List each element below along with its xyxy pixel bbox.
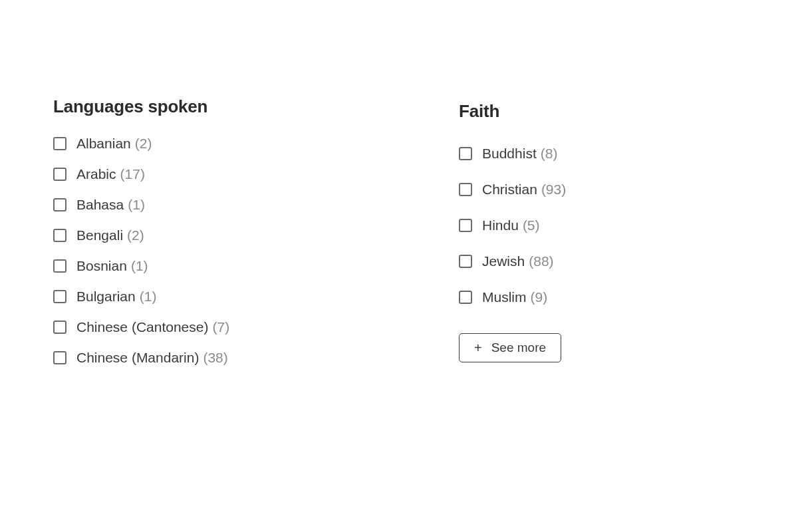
option-count: (17) xyxy=(120,166,145,182)
option-count: (2) xyxy=(135,136,152,152)
checkbox-icon xyxy=(459,255,472,268)
option-label: Bahasa xyxy=(76,197,124,213)
option-count: (38) xyxy=(203,350,227,366)
option-label: Bengali xyxy=(76,227,123,243)
checkbox-icon xyxy=(459,291,472,304)
option-label: Buddhist xyxy=(482,146,537,162)
option-count: (8) xyxy=(541,146,558,162)
checkbox-icon xyxy=(53,290,66,303)
checkbox-icon xyxy=(53,198,66,211)
option-label: Christian xyxy=(482,182,537,198)
filter-section-languages: Languages spoken Albanian (2) Arabic (17… xyxy=(53,96,346,380)
option-label: Jewish xyxy=(482,253,525,269)
faith-options-list: Buddhist (8) Christian (93) Hindu (5) Je… xyxy=(459,146,712,305)
option-count: (1) xyxy=(131,258,148,274)
option-label: Muslim xyxy=(482,289,527,305)
language-option-chinese-mandarin[interactable]: Chinese (Mandarin) (38) xyxy=(53,350,346,366)
option-label: Chinese (Mandarin) xyxy=(76,350,199,366)
checkbox-icon xyxy=(53,137,66,150)
faith-option-buddhist[interactable]: Buddhist (8) xyxy=(459,146,712,162)
option-count: (1) xyxy=(128,197,145,213)
option-label: Arabic xyxy=(76,166,116,182)
language-option-bengali[interactable]: Bengali (2) xyxy=(53,227,346,243)
language-option-albanian[interactable]: Albanian (2) xyxy=(53,136,346,152)
checkbox-icon xyxy=(459,147,472,160)
checkbox-icon xyxy=(53,229,66,242)
option-count: (9) xyxy=(531,289,548,305)
option-count: (5) xyxy=(523,217,540,233)
option-count: (1) xyxy=(140,289,157,305)
language-option-bosnian[interactable]: Bosnian (1) xyxy=(53,258,346,274)
languages-options-list: Albanian (2) Arabic (17) Bahasa (1) Beng… xyxy=(53,136,346,366)
language-option-chinese-cantonese[interactable]: Chinese (Cantonese) (7) xyxy=(53,319,346,335)
language-option-bahasa[interactable]: Bahasa (1) xyxy=(53,197,346,213)
faith-option-muslim[interactable]: Muslim (9) xyxy=(459,289,712,305)
checkbox-icon xyxy=(53,351,66,364)
option-count: (93) xyxy=(541,182,566,198)
option-count: (88) xyxy=(529,253,553,269)
checkbox-icon xyxy=(459,219,472,232)
option-count: (7) xyxy=(212,319,229,335)
checkbox-icon xyxy=(53,259,66,273)
see-more-label: See more xyxy=(491,340,546,355)
option-label: Bosnian xyxy=(76,258,127,274)
language-option-arabic[interactable]: Arabic (17) xyxy=(53,166,346,182)
option-label: Chinese (Cantonese) xyxy=(76,319,208,335)
checkbox-icon xyxy=(53,168,66,181)
see-more-button[interactable]: + See more xyxy=(459,333,561,362)
languages-heading: Languages spoken xyxy=(53,96,346,117)
plus-icon: + xyxy=(474,341,482,354)
option-label: Hindu xyxy=(482,217,519,233)
faith-heading: Faith xyxy=(459,101,712,122)
filter-section-faith: Faith Buddhist (8) Christian (93) Hindu … xyxy=(459,101,712,362)
checkbox-icon xyxy=(459,183,472,196)
faith-option-christian[interactable]: Christian (93) xyxy=(459,182,712,198)
option-label: Bulgarian xyxy=(76,289,136,305)
option-label: Albanian xyxy=(76,136,131,152)
option-count: (2) xyxy=(127,227,144,243)
faith-option-jewish[interactable]: Jewish (88) xyxy=(459,253,712,269)
checkbox-icon xyxy=(53,321,66,334)
faith-option-hindu[interactable]: Hindu (5) xyxy=(459,217,712,233)
language-option-bulgarian[interactable]: Bulgarian (1) xyxy=(53,289,346,305)
